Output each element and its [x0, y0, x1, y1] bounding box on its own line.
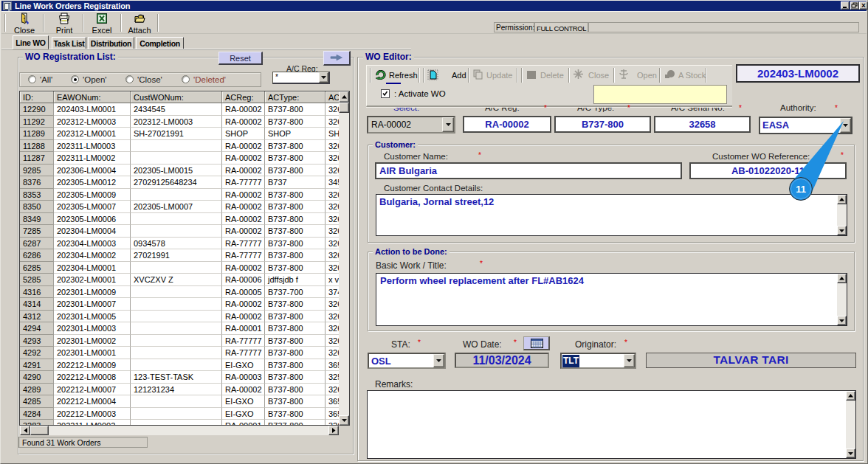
svg-text:11: 11 [796, 184, 806, 195]
